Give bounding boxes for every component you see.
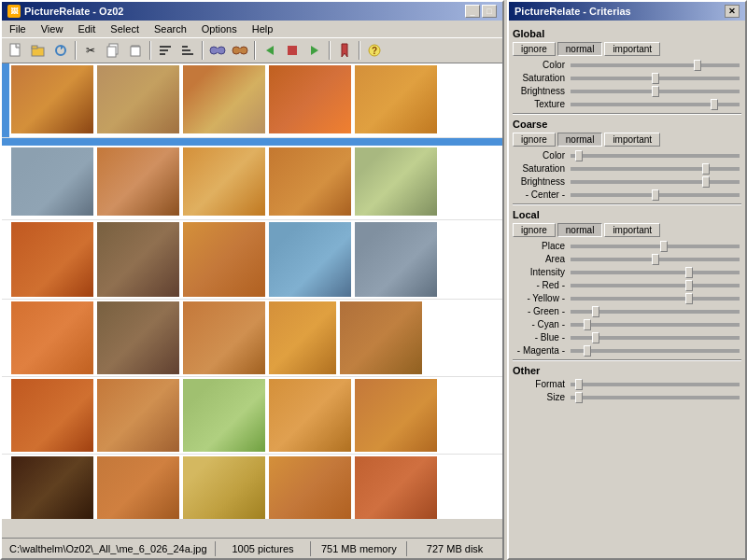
- local-green-thumb[interactable]: [592, 306, 599, 317]
- thumbnail[interactable]: [269, 222, 351, 297]
- coarse-ignore-button[interactable]: ignore: [513, 133, 556, 147]
- coarse-center-track[interactable]: [571, 193, 740, 197]
- global-important-button[interactable]: important: [604, 42, 660, 56]
- paste-button[interactable]: [125, 40, 146, 61]
- thumbnail[interactable]: [269, 456, 351, 519]
- maximize-button[interactable]: □: [482, 5, 497, 18]
- thumbnail[interactable]: [183, 301, 265, 374]
- local-place-track[interactable]: [571, 245, 740, 248]
- local-magenta-thumb[interactable]: [584, 345, 591, 357]
- thumbnail[interactable]: [11, 456, 93, 519]
- local-ignore-button[interactable]: ignore: [513, 223, 556, 237]
- thumbnail[interactable]: [183, 147, 265, 216]
- image-row[interactable]: [2, 300, 502, 377]
- global-saturation-thumb[interactable]: [652, 73, 659, 84]
- back-button[interactable]: [260, 40, 280, 61]
- other-format-track[interactable]: [571, 383, 740, 386]
- other-size-thumb[interactable]: [575, 392, 583, 403]
- other-size-track[interactable]: [571, 396, 740, 399]
- search-binoculars-button[interactable]: [207, 40, 228, 61]
- thumbnail[interactable]: [269, 147, 351, 216]
- sort-desc-button[interactable]: [177, 40, 198, 61]
- local-cyan-track[interactable]: [571, 323, 740, 327]
- coarse-color-thumb[interactable]: [575, 150, 583, 161]
- bookmark-button[interactable]: [334, 40, 355, 61]
- coarse-saturation-track[interactable]: [571, 167, 740, 171]
- thumbnail[interactable]: [269, 65, 351, 133]
- thumbnail[interactable]: [11, 147, 93, 216]
- thumbnail[interactable]: [269, 301, 336, 374]
- local-magenta-track[interactable]: [571, 349, 740, 353]
- local-blue-thumb[interactable]: [592, 332, 599, 343]
- thumbnail[interactable]: [355, 222, 437, 297]
- global-color-thumb[interactable]: [694, 60, 701, 71]
- local-yellow-thumb[interactable]: [685, 293, 693, 304]
- thumbnail[interactable]: [11, 65, 93, 133]
- thumbnail[interactable]: [183, 456, 265, 519]
- coarse-normal-button[interactable]: normal: [557, 133, 603, 147]
- cut-button[interactable]: ✂: [80, 40, 101, 61]
- other-format-thumb[interactable]: [575, 379, 583, 390]
- local-green-track[interactable]: [571, 310, 740, 314]
- menu-options[interactable]: Options: [198, 22, 241, 35]
- global-texture-thumb[interactable]: [711, 99, 718, 110]
- local-intensity-track[interactable]: [571, 271, 740, 274]
- local-area-thumb[interactable]: [652, 254, 659, 265]
- image-row[interactable]: [2, 146, 502, 220]
- local-place-thumb[interactable]: [660, 241, 668, 252]
- global-saturation-track[interactable]: [571, 77, 740, 80]
- new-button[interactable]: [6, 40, 26, 61]
- thumbnail[interactable]: [355, 456, 437, 519]
- image-row[interactable]: [2, 63, 502, 138]
- menu-edit[interactable]: Edit: [74, 22, 99, 35]
- sort-asc-button[interactable]: [155, 40, 176, 61]
- local-yellow-track[interactable]: [571, 297, 740, 301]
- global-brightness-track[interactable]: [571, 90, 740, 93]
- criterias-close-button[interactable]: ✕: [725, 5, 740, 18]
- stop-button[interactable]: [282, 40, 303, 61]
- minimize-button[interactable]: _: [465, 5, 480, 18]
- menu-search[interactable]: Search: [150, 22, 190, 35]
- thumbnail[interactable]: [97, 456, 179, 519]
- thumbnail[interactable]: [183, 65, 265, 133]
- local-cyan-thumb[interactable]: [584, 319, 591, 330]
- image-area[interactable]: [2, 63, 502, 519]
- image-row[interactable]: [2, 220, 502, 300]
- thumbnail[interactable]: [97, 301, 179, 374]
- thumbnail[interactable]: [355, 147, 437, 216]
- menu-help[interactable]: Help: [248, 22, 277, 35]
- local-important-button[interactable]: important: [604, 223, 660, 237]
- global-normal-button[interactable]: normal: [557, 42, 603, 56]
- thumbnail[interactable]: [183, 222, 265, 297]
- menu-view[interactable]: View: [37, 22, 67, 35]
- open-button[interactable]: [28, 40, 49, 61]
- coarse-brightness-thumb[interactable]: [702, 176, 710, 188]
- thumbnail[interactable]: [355, 65, 437, 133]
- image-row[interactable]: [2, 455, 502, 519]
- local-intensity-thumb[interactable]: [685, 267, 693, 278]
- coarse-center-thumb[interactable]: [652, 189, 659, 201]
- global-ignore-button[interactable]: ignore: [513, 42, 556, 56]
- help-button[interactable]: ?: [364, 40, 385, 61]
- global-texture-track[interactable]: [571, 103, 740, 106]
- thumbnail[interactable]: [183, 379, 265, 452]
- thumbnail[interactable]: [355, 379, 437, 452]
- coarse-important-button[interactable]: important: [604, 133, 660, 147]
- coarse-color-track[interactable]: [571, 154, 740, 158]
- refresh-button[interactable]: [50, 40, 71, 61]
- copy-button[interactable]: [103, 40, 123, 61]
- thumbnail[interactable]: [11, 301, 93, 374]
- thumbnail[interactable]: [340, 301, 422, 374]
- global-brightness-thumb[interactable]: [652, 86, 659, 97]
- menu-file[interactable]: File: [6, 22, 30, 35]
- thumbnail[interactable]: [97, 65, 179, 133]
- local-blue-track[interactable]: [571, 336, 740, 340]
- menu-select[interactable]: Select: [106, 22, 143, 35]
- coarse-saturation-thumb[interactable]: [702, 163, 710, 175]
- thumbnail[interactable]: [97, 379, 179, 452]
- search-alt-button[interactable]: [230, 40, 250, 61]
- thumbnail[interactable]: [269, 379, 351, 452]
- thumbnail[interactable]: [11, 222, 93, 297]
- local-area-track[interactable]: [571, 258, 740, 261]
- global-color-track[interactable]: [571, 63, 740, 67]
